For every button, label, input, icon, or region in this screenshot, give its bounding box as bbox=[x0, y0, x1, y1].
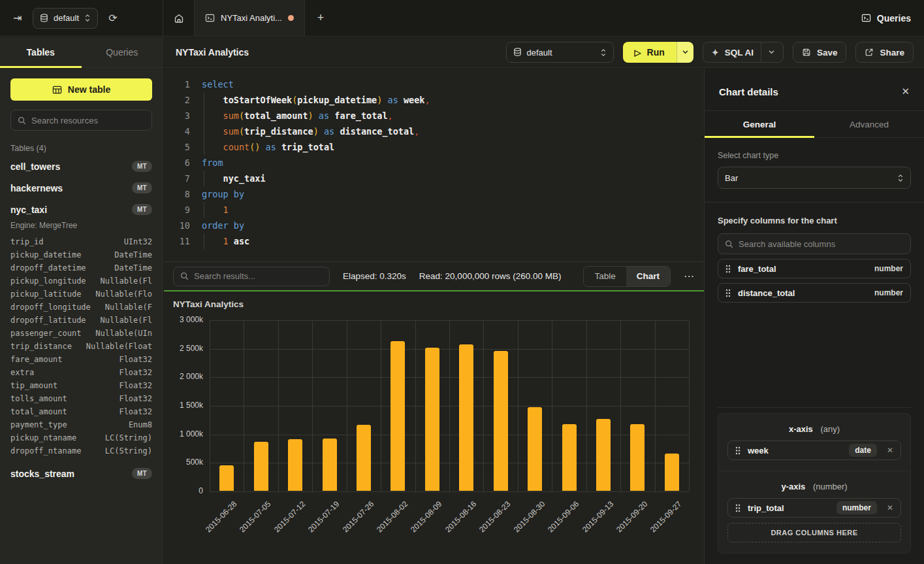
new-table-label: New table bbox=[68, 84, 110, 95]
token: as bbox=[388, 95, 398, 105]
drag-handle-icon[interactable] bbox=[725, 265, 731, 273]
column-name: total_amount bbox=[10, 407, 67, 416]
results-more-icon[interactable]: ⋯ bbox=[684, 270, 695, 282]
remove-x-column-icon[interactable]: ✕ bbox=[887, 446, 893, 455]
table-row-stocks_stream[interactable]: stocks_streamMT bbox=[10, 463, 152, 484]
bar-2015-09-06[interactable] bbox=[562, 424, 577, 491]
code-content: 1 bbox=[202, 202, 229, 218]
sidebar-tab-queries[interactable]: Queries bbox=[82, 37, 163, 67]
home-button[interactable] bbox=[163, 0, 195, 36]
code-line: 6from bbox=[170, 155, 704, 171]
chart-type-selector[interactable]: Bar bbox=[718, 167, 911, 189]
unsaved-changes-dot bbox=[288, 15, 294, 21]
bar-2015-08-30[interactable] bbox=[528, 407, 542, 491]
home-icon bbox=[174, 13, 184, 24]
bar-2015-08-23[interactable] bbox=[494, 351, 508, 491]
sidebar-tab-tables[interactable]: Tables bbox=[0, 37, 82, 67]
remove-y-column-icon[interactable]: ✕ bbox=[887, 503, 893, 512]
token: from bbox=[202, 158, 223, 168]
column-name: fare_amount bbox=[10, 355, 62, 364]
x-tick-label: 2015-08-30 bbox=[512, 499, 547, 534]
columns-search-input[interactable] bbox=[739, 239, 904, 249]
drag-handle-icon[interactable] bbox=[735, 446, 741, 455]
y-axis-column-chip[interactable]: trip_total number ✕ bbox=[727, 498, 901, 518]
chevron-down-icon[interactable] bbox=[769, 50, 774, 54]
bar-2015-09-20[interactable] bbox=[630, 424, 645, 491]
column-name: pickup_ntaname bbox=[10, 433, 76, 442]
elapsed-stat: Elapsed: 0.320s bbox=[343, 271, 406, 281]
available-column-distance_total[interactable]: distance_totalnumber bbox=[718, 283, 911, 303]
search-icon bbox=[725, 240, 733, 248]
sql-ai-button[interactable]: ✦ SQL AI bbox=[703, 42, 784, 63]
bar-2015-08-16[interactable] bbox=[459, 344, 473, 491]
drag-handle-icon[interactable] bbox=[725, 289, 731, 297]
column-type: LC(String) bbox=[105, 433, 152, 442]
view-toggle-chart[interactable]: Chart bbox=[626, 267, 670, 286]
queries-button[interactable]: Queries bbox=[861, 13, 911, 24]
tab-strip: NYTaxi Analyti... + bbox=[163, 0, 848, 36]
gridline-vertical bbox=[552, 320, 552, 491]
run-button[interactable]: ▷ Run bbox=[623, 42, 677, 63]
refresh-icon[interactable]: ⟳ bbox=[104, 10, 121, 27]
share-button[interactable]: Share bbox=[855, 42, 914, 63]
y-axis-label: y-axis bbox=[781, 482, 805, 491]
x-axis-column-chip[interactable]: week date ✕ bbox=[727, 440, 901, 460]
results-search-input[interactable] bbox=[194, 271, 323, 281]
table-row-hackernews[interactable]: hackernewsMT bbox=[10, 177, 152, 199]
available-column-name: distance_total bbox=[738, 288, 795, 298]
sidebar-search-input[interactable] bbox=[31, 116, 145, 125]
view-toggle-table[interactable]: Table bbox=[584, 267, 626, 286]
topbar-database-selector[interactable]: default bbox=[33, 8, 98, 29]
column-row: trip_distanceNullable(Float bbox=[10, 340, 152, 353]
token: , bbox=[414, 126, 419, 137]
new-table-button[interactable]: New table bbox=[10, 78, 152, 101]
engine-badge: MT bbox=[132, 182, 152, 193]
column-type: DateTime bbox=[114, 263, 152, 273]
collapse-sidebar-icon[interactable]: ⇥ bbox=[9, 10, 26, 27]
save-icon bbox=[802, 48, 811, 57]
code-content: group by bbox=[202, 186, 244, 202]
run-options-button[interactable] bbox=[677, 42, 693, 63]
table-row-cell_towers[interactable]: cell_towersMT bbox=[10, 156, 152, 177]
column-name: extra bbox=[10, 368, 34, 377]
tab-nytaxi-analytics[interactable]: NYTaxi Analyti... bbox=[195, 0, 305, 36]
sql-editor[interactable]: 1select2toStartOfWeek(pickup_datetime) a… bbox=[164, 69, 704, 261]
bar-2015-09-27[interactable] bbox=[665, 454, 679, 491]
line-number: 6 bbox=[170, 155, 190, 171]
x-tick-label: 2015-08-02 bbox=[375, 499, 409, 534]
table-row-nyc_taxi[interactable]: nyc_taxiMT bbox=[10, 199, 152, 220]
column-type: Float32 bbox=[119, 394, 152, 403]
bar-2015-06-28[interactable] bbox=[219, 465, 234, 491]
token: asc bbox=[234, 236, 249, 246]
new-tab-button[interactable]: + bbox=[305, 0, 336, 36]
line-number: 5 bbox=[170, 139, 190, 155]
bar-2015-07-12[interactable] bbox=[288, 439, 302, 491]
bar-2015-08-02[interactable] bbox=[390, 341, 405, 491]
column-type: Nullable(UIn bbox=[95, 329, 152, 338]
bar-2015-09-13[interactable] bbox=[596, 419, 611, 491]
panel-tab-general[interactable]: General bbox=[705, 111, 814, 137]
drag-columns-dropzone[interactable]: DRAG COLUMNS HERE bbox=[727, 523, 901, 542]
bar-2015-07-19[interactable] bbox=[323, 439, 337, 491]
sidebar-tabs: Tables Queries bbox=[0, 37, 163, 68]
close-icon[interactable]: ✕ bbox=[901, 86, 910, 97]
queries-button-label: Queries bbox=[877, 13, 911, 24]
token: , bbox=[424, 95, 430, 105]
drag-handle-icon[interactable] bbox=[735, 504, 741, 512]
query-database-selector[interactable]: default bbox=[506, 42, 614, 63]
y-tick-label: 2 000k bbox=[164, 372, 203, 381]
save-button[interactable]: Save bbox=[793, 42, 847, 63]
column-row: extraFloat32 bbox=[10, 366, 152, 379]
available-column-fare_total[interactable]: fare_totalnumber bbox=[718, 259, 911, 278]
panel-tab-advanced[interactable]: Advanced bbox=[814, 111, 924, 137]
line-number: 8 bbox=[170, 186, 190, 202]
axis-config-box: x-axis (any) week date ✕ y-axis (number) bbox=[718, 413, 911, 554]
bar-2015-07-05[interactable] bbox=[254, 442, 268, 491]
chevron-updown-icon bbox=[897, 174, 904, 182]
bar-2015-07-26[interactable] bbox=[357, 425, 371, 491]
column-type: Nullable(Float bbox=[86, 342, 152, 351]
bar-2015-08-09[interactable] bbox=[425, 348, 439, 491]
y-tick-label: 500k bbox=[164, 457, 203, 467]
line-number: 11 bbox=[170, 233, 190, 249]
query-title: NYTaxi Analytics bbox=[176, 47, 249, 58]
